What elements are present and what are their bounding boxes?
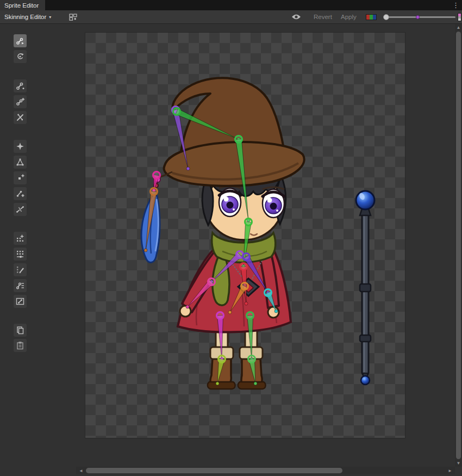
vertical-scrollbar-thumb[interactable]: [456, 32, 461, 459]
revert-button[interactable]: Revert: [310, 10, 335, 23]
bone-influence-icon: [16, 281, 24, 290]
sprite-sheet-icon: [69, 14, 77, 21]
horizontal-scrollbar-thumb[interactable]: [86, 468, 342, 473]
bone-color-swatch[interactable]: [366, 14, 377, 20]
opacity-slider[interactable]: [384, 16, 455, 18]
create-bone-icon: [16, 97, 24, 106]
tool-copy[interactable]: [14, 324, 27, 337]
create-edge-icon: [16, 189, 24, 198]
scroll-right-icon[interactable]: ►: [446, 467, 454, 474]
left-eye: [219, 188, 241, 217]
horizontal-scrollbar[interactable]: ◄ ►: [76, 467, 455, 474]
tool-paste[interactable]: [14, 339, 27, 352]
tool-create-bone[interactable]: [14, 95, 27, 108]
split-edge-icon: [16, 205, 24, 214]
staff-ring-lower: [360, 335, 371, 342]
tab-sprite-editor[interactable]: Sprite Editor: [0, 0, 45, 10]
staff-highlight: [364, 214, 365, 372]
staff-sprite[interactable]: [356, 191, 374, 385]
edit-geometry-icon: [16, 158, 24, 166]
create-vertex-icon: [16, 174, 24, 182]
split-bone-icon: [16, 113, 24, 122]
tool-auto-weights[interactable]: [14, 232, 27, 245]
right-boot-sole: [238, 382, 266, 389]
scrollbar-corner: [455, 467, 462, 476]
tool-sprite-influence[interactable]: [14, 295, 27, 308]
slider-knob[interactable]: [383, 14, 389, 20]
vertical-scrollbar[interactable]: ▲ ▼: [455, 24, 462, 467]
tool-weight-slider[interactable]: [14, 248, 27, 261]
chevron-down-icon: ▾: [49, 15, 51, 20]
staff-tip-orb: [361, 376, 370, 385]
staff-shaft: [362, 211, 369, 375]
tool-restore-pose[interactable]: [14, 50, 27, 63]
window-menu-icon[interactable]: ⋮: [452, 0, 459, 10]
tool-weight-brush[interactable]: [14, 263, 27, 276]
sprite-sheet-toggle-button[interactable]: [66, 11, 79, 22]
tool-edit-geometry[interactable]: [14, 156, 27, 169]
preview-pose-icon: [16, 36, 24, 45]
staff-ring-upper: [360, 284, 371, 292]
tool-bone-influence[interactable]: [14, 279, 27, 292]
staff-orb: [356, 191, 374, 209]
character-sprite[interactable]: [141, 78, 304, 389]
scroll-up-icon[interactable]: ▲: [455, 24, 462, 31]
weight-brush-icon: [16, 265, 24, 274]
right-eye: [263, 189, 284, 218]
mode-dropdown[interactable]: Skinning Editor ▾: [0, 10, 55, 23]
tool-preview-pose[interactable]: [14, 34, 27, 47]
mode-dropdown-label: Skinning Editor: [4, 14, 46, 20]
edit-joints-icon: [16, 82, 24, 90]
auto-weights-icon: [16, 234, 24, 243]
left-boot-sole: [208, 382, 235, 389]
skinning-toolbar: Skinning Editor ▾ Revert Apply: [0, 10, 462, 24]
tool-split-bone[interactable]: [14, 111, 27, 124]
auto-geometry-icon: [16, 142, 24, 151]
tab-title: Sprite Editor: [4, 2, 39, 9]
weight-slider-icon: [16, 250, 24, 258]
tool-edit-joints[interactable]: [14, 79, 27, 92]
tool-split-edge[interactable]: [14, 203, 27, 216]
eye-icon: [291, 14, 301, 20]
tool-auto-geometry[interactable]: [14, 140, 27, 153]
window-tab-bar: Sprite Editor ⋮: [0, 0, 462, 10]
copy-icon: [16, 326, 24, 335]
tool-create-vertex[interactable]: [14, 171, 27, 184]
tool-create-edge[interactable]: [14, 187, 27, 200]
visibility-toggle-button[interactable]: [290, 11, 303, 22]
restore-pose-icon: [16, 52, 24, 61]
scroll-down-icon[interactable]: ▼: [455, 460, 462, 467]
apply-button[interactable]: Apply: [338, 10, 360, 23]
paste-icon: [16, 341, 24, 350]
scroll-left-icon[interactable]: ◄: [77, 467, 85, 474]
sprite-influence-icon: [16, 297, 24, 306]
slider-end-swatch[interactable]: [458, 13, 461, 21]
sprite-canvas[interactable]: [85, 33, 405, 438]
slider-marker[interactable]: [416, 15, 420, 19]
